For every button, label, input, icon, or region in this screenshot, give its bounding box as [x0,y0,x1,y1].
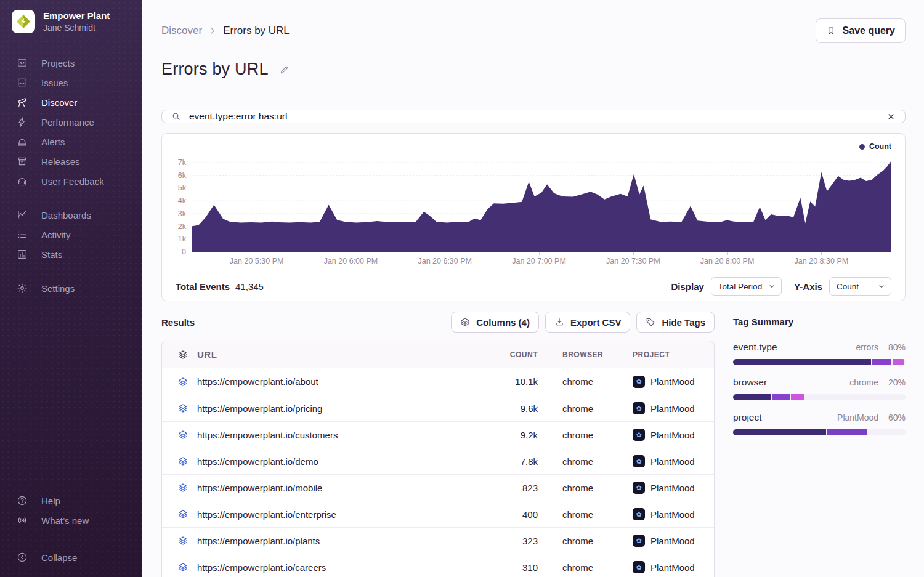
sidebar-item-discover[interactable]: Discover [0,92,142,112]
save-query-label: Save query [843,25,895,36]
x-axis-tick-label: Jan 20 5:30 PM [230,257,284,265]
y-axis-tick-label: 5k [178,184,186,192]
stack-icon [178,430,188,440]
project-cell: ✿ PlantMood [607,535,699,547]
tag-icon [646,317,655,327]
releases-icon [17,156,28,167]
main-content: Discover Errors by URL Save query Errors… [142,0,924,577]
count-cell: 10.1k [493,376,538,387]
project-name: PlantMood [650,376,695,387]
sidebar-item-label: Dashboards [41,210,91,220]
table-row[interactable]: https://empowerplant.io/plants 323 chrom… [162,527,714,554]
performance-icon [17,116,28,127]
sidebar-item-what-s-new[interactable]: What’s new [0,510,142,530]
url-cell[interactable]: https://empowerplant.io/demo [197,456,318,467]
chart-legend: Count [859,142,891,151]
sidebar: Empower Plant Jane Schmidt ProjectsIssue… [0,0,142,577]
url-cell[interactable]: https://empowerplant.io/customers [197,430,338,440]
sidebar-item-dashboards[interactable]: Dashboards [0,205,142,225]
table-row[interactable]: https://empowerplant.io/about 10.1k chro… [162,368,714,395]
breadcrumb-discover-link[interactable]: Discover [161,25,202,37]
column-header-project[interactable]: PROJECT [607,350,699,359]
results-title: Results [161,317,451,328]
tag-bar-segment [733,394,771,400]
sidebar-item-settings[interactable]: Settings [0,278,142,298]
table-row[interactable]: https://empowerplant.io/customers 9.2k c… [162,421,714,448]
sidebar-item-collapse[interactable]: Collapse [0,547,142,567]
url-cell[interactable]: https://empowerplant.io/careers [197,562,326,573]
project-cell: ✿ PlantMood [607,508,699,520]
url-cell[interactable]: https://empowerplant.io/plants [197,536,320,546]
sidebar-item-label: Stats [41,249,62,260]
columns-button[interactable]: Columns (4) [451,312,539,333]
y-axis-select[interactable]: Count [829,277,891,296]
org-switcher[interactable]: Empower Plant Jane Schmidt [0,10,142,33]
column-header-browser[interactable]: BROWSER [538,350,607,359]
tag-distribution-bar[interactable] [733,394,906,400]
clear-search-icon[interactable] [886,112,896,121]
sidebar-item-issues[interactable]: Issues [0,73,142,92]
sidebar-item-user-feedback[interactable]: User Feedback [0,171,142,191]
column-header-url[interactable]: URL [197,349,217,360]
sidebar-item-performance[interactable]: Performance [0,112,142,132]
sidebar-item-label: What’s new [41,515,89,526]
browser-cell: chrome [538,509,607,520]
url-cell[interactable]: https://empowerplant.io/pricing [197,403,322,414]
sidebar-item-releases[interactable]: Releases [0,151,142,171]
sidebar-item-activity[interactable]: Activity [0,225,142,244]
table-row[interactable]: https://empowerplant.io/pricing 9.6k chr… [162,395,714,421]
y-axis-tick-label: 3k [178,209,186,218]
url-cell[interactable]: https://empowerplant.io/enterprise [197,509,336,520]
plantmood-project-icon: ✿ [633,508,645,520]
project-cell: ✿ PlantMood [607,561,699,573]
sidebar-item-label: Discover [41,97,77,108]
sidebar-item-projects[interactable]: Projects [0,53,142,73]
url-cell[interactable]: https://empowerplant.io/about [197,376,318,387]
x-axis-tick-label: Jan 20 8:30 PM [795,257,849,265]
user-feedback-icon [17,176,28,187]
tag-distribution-bar[interactable] [733,429,906,435]
table-row[interactable]: https://empowerplant.io/enterprise 400 c… [162,501,714,527]
project-name: PlantMood [650,509,695,520]
settings-icon [17,283,28,294]
sidebar-nav-secondary: DashboardsActivityStats [0,205,142,264]
results-section: Results Columns (4) Export CSV [161,312,715,577]
display-label: Display [671,281,703,292]
table-row[interactable]: https://empowerplant.io/demo 7.8k chrome… [162,448,714,474]
org-name: Empower Plant [43,10,110,22]
stack-icon [178,562,188,572]
sidebar-nav-primary: ProjectsIssuesDiscoverPerformanceAlertsR… [0,53,142,191]
y-axis-label: Y-Axis [794,281,822,292]
count-cell: 323 [493,536,538,546]
sidebar-item-stats[interactable]: Stats [0,244,142,264]
browser-cell: chrome [538,403,607,414]
save-query-button[interactable]: Save query [816,18,906,43]
stack-icon[interactable] [178,350,188,360]
sidebar-item-alerts[interactable]: Alerts [0,132,142,151]
browser-cell: chrome [538,536,607,546]
sidebar-item-label: Issues [41,78,68,88]
count-cell: 310 [493,562,538,573]
display-select[interactable]: Total Period [711,277,782,296]
table-row[interactable]: https://empowerplant.io/mobile 823 chrom… [162,474,714,501]
tag-distribution-bar[interactable] [733,359,906,365]
search-input[interactable] [188,110,880,123]
sidebar-item-label: Releases [41,156,80,167]
hide-tags-button[interactable]: Hide Tags [636,312,715,333]
table-row[interactable]: https://empowerplant.io/careers 310 chro… [162,554,714,577]
export-csv-button[interactable]: Export CSV [545,312,631,333]
tag-bar-segment [791,394,804,400]
url-cell[interactable]: https://empowerplant.io/mobile [197,483,322,493]
x-axis-tick [445,252,445,255]
project-cell: ✿ PlantMood [607,376,699,388]
tag-summary-item: browser chrome 20% [733,377,906,400]
stack-icon [178,403,188,413]
edit-pencil-icon[interactable] [279,64,290,75]
column-header-count[interactable]: COUNT [493,350,538,359]
browser-cell: chrome [538,483,607,493]
sidebar-item-help[interactable]: Help [0,491,142,510]
stack-icon [460,317,470,327]
tag-bar-segment [893,359,905,365]
results-table: URL COUNT BROWSER PROJECT https://empowe… [161,341,715,577]
user-name: Jane Schmidt [43,23,110,33]
